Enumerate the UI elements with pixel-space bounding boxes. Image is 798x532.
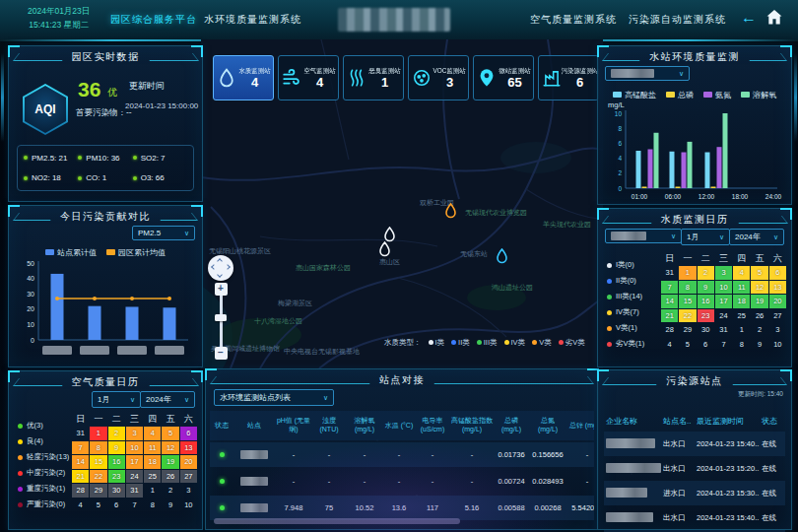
- water-calendar-day: 10: [715, 281, 732, 295]
- month-select-dropdown[interactable]: 1月∨: [681, 229, 730, 245]
- status-dot-icon: [78, 156, 82, 160]
- station-button-3[interactable]: 恶臭监测站1: [343, 55, 404, 100]
- station-list-dropdown[interactable]: 水环境监测站点列表∨: [214, 389, 334, 406]
- panel-title: 水站环境质量监测: [598, 48, 791, 65]
- water-station-marker[interactable]: [378, 241, 391, 258]
- time-cell: 2024-01-23 15:20..: [695, 464, 760, 473]
- value-cell: 13.6: [383, 496, 415, 520]
- water-station-marker[interactable]: [496, 248, 508, 265]
- pan-left-icon[interactable]: [211, 264, 217, 270]
- company-cell: [604, 488, 661, 499]
- water-legend-item: II类(0): [607, 276, 644, 286]
- dropdown-value-redacted: [611, 69, 654, 78]
- chevron-down-icon: ∨: [671, 233, 676, 240]
- water-calendar-day: 1: [733, 323, 750, 337]
- station-name-cell: [233, 496, 275, 520]
- pan-up-icon[interactable]: [217, 258, 223, 264]
- water-env-quality-panel: 水站环境质量监测 ∨ 高锰酸盐总磷氨氮溶解氧 mg/L 024681001:00…: [597, 45, 792, 205]
- datetime-display: 2024年01月23日 15:41:23 星期二: [28, 5, 90, 32]
- air-calendar-day: 5: [162, 427, 178, 440]
- air-calendar-day: 4: [144, 427, 161, 440]
- station-button-5[interactable]: 微站监测站65: [473, 55, 534, 100]
- calendar-weekday: 五: [751, 252, 767, 265]
- legend-dot-icon: [18, 455, 23, 460]
- water-station-dropdown[interactable]: ∨: [605, 66, 690, 81]
- water-class-legend-item: III类: [477, 338, 498, 348]
- aqi-value: 36: [78, 78, 100, 101]
- water-calendar-day: 31: [661, 266, 678, 280]
- pan-down-icon[interactable]: [217, 272, 223, 278]
- water-calendar-day: 17: [715, 295, 732, 308]
- city-map[interactable]: 无锡阳山桃花源景区惠山国家森林公园梅梁湖景区十八湾湿地公园吴都阖闾城遗址博物馆中…: [201, 39, 603, 368]
- air-calendar-day: 28: [72, 484, 89, 498]
- station-button-2[interactable]: 空气监测站4: [278, 55, 339, 100]
- water-calendar-day: 22: [679, 309, 696, 323]
- column-header: 总锌 (mg/L): [566, 411, 594, 440]
- station-name-redacted: [240, 503, 268, 512]
- aqi-grade: 优: [107, 86, 117, 100]
- value-cell: -: [566, 442, 594, 467]
- air-calendar-day: 21: [72, 470, 89, 484]
- site-cell: 进水口: [661, 489, 695, 499]
- column-header: 溶解氧 (mg/L): [346, 411, 383, 440]
- zoom-in-button[interactable]: +: [215, 283, 228, 296]
- time-text: 15:41:23 星期二: [28, 19, 90, 33]
- table-row: 出水口2024-01-23 15:20..在线: [604, 456, 785, 481]
- status-dot-icon: [78, 176, 82, 180]
- nav-tab-2[interactable]: 水环境质量监测系统: [204, 13, 301, 27]
- air-calendar-day: 13: [180, 441, 197, 455]
- water-class-legend-title: 水质类型：: [384, 338, 422, 348]
- month-select-dropdown[interactable]: 1月∨: [92, 391, 141, 408]
- water-calendar-day: 20: [769, 295, 786, 308]
- nav-tab-3[interactable]: 空气质量监测系统: [530, 13, 617, 27]
- svg-text:20: 20: [27, 305, 34, 312]
- realtime-data-panel: 园区实时数据 AQI 36 优 首要污染物：-- 更新时间 2024-01-23…: [8, 45, 203, 202]
- map-zoom-slider[interactable]: + −: [214, 283, 228, 360]
- pollutant-value: SO2: 7: [141, 154, 166, 163]
- zoom-out-button[interactable]: −: [215, 347, 228, 360]
- horizontal-scrollbar[interactable]: [214, 518, 460, 524]
- station-button-4[interactable]: VOC监测站3: [408, 55, 469, 100]
- air-calendar-day: 16: [108, 455, 125, 469]
- chevron-down-icon: ∨: [323, 394, 328, 402]
- water-station-dropdown[interactable]: ∨: [605, 229, 682, 243]
- nav-tab-4[interactable]: 污染源自动监测系统: [629, 13, 726, 27]
- air-calendar-day: 2: [162, 484, 178, 498]
- svg-text:40: 40: [27, 275, 34, 282]
- year-select-dropdown[interactable]: 2024年∨: [140, 391, 195, 408]
- water-station-marker[interactable]: [444, 203, 457, 220]
- air-calendar-day: 9: [108, 441, 125, 455]
- aqi-label: AQI: [25, 86, 66, 133]
- zoom-handle[interactable]: [215, 314, 227, 321]
- water-calendar-day: 11: [733, 281, 750, 295]
- update-label: 更新时间:: [738, 390, 765, 397]
- water-calendar-day: 13: [769, 281, 786, 295]
- pan-right-icon[interactable]: [225, 264, 231, 270]
- calendar-weekday: 四: [733, 252, 750, 265]
- water-legend-item: 劣V类(1): [607, 339, 644, 349]
- site-cell: 出水口: [661, 439, 695, 449]
- nav-tab-1[interactable]: 园区综合服务平台: [110, 13, 197, 27]
- online-status-dot-icon: [220, 479, 225, 484]
- zoom-track[interactable]: [220, 296, 223, 347]
- water-calendar-day: 29: [679, 323, 696, 337]
- legend-dot-icon: [18, 439, 23, 444]
- air-calendar-day: 22: [90, 470, 106, 484]
- back-arrow-icon[interactable]: ←: [741, 9, 757, 27]
- station-name-redacted: [240, 477, 268, 486]
- pollutant-select-dropdown[interactable]: PM2.5∨: [132, 226, 195, 240]
- station-button-1[interactable]: 水质监测站4: [213, 55, 274, 100]
- year-select-dropdown[interactable]: 2024年∨: [729, 229, 784, 245]
- air-legend-item: 严重污染(0): [18, 499, 69, 509]
- air-calendar-day: 3: [180, 484, 197, 498]
- station-button-6[interactable]: 污染源监测站6: [538, 55, 599, 100]
- air-calendar-day: 1: [90, 427, 106, 440]
- status-cell: 在线: [760, 513, 783, 523]
- map-pan-control[interactable]: [208, 255, 233, 281]
- water-calendar-day: 23: [698, 309, 714, 323]
- air-legend-item: 良(4): [18, 436, 69, 446]
- pollutant-value: CO: 1: [86, 173, 106, 182]
- home-icon[interactable]: [766, 10, 782, 29]
- table-row: ------0.007240.028493--: [210, 469, 594, 494]
- water-class-legend-item: 劣V类: [559, 338, 585, 348]
